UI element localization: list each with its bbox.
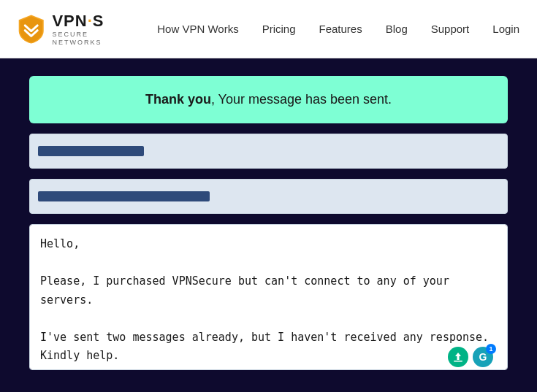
svg-rect-0 [454,361,462,362]
nav-blog[interactable]: Blog [386,23,408,35]
success-banner: Thank you, Your message has been sent. [29,76,508,123]
nav-features[interactable]: Features [319,23,362,35]
nav-pricing[interactable]: Pricing [262,23,296,35]
grammarly-letter: G [479,351,487,363]
field1-input[interactable] [29,134,508,169]
shield-icon [18,11,45,47]
main-nav: How VPN Works Pricing Features Blog Supp… [157,23,519,35]
upload-icon [452,351,464,363]
nav-how-vpn-works[interactable]: How VPN Works [157,23,238,35]
field2-value-indicator [38,191,210,201]
success-bold-text: Thank you [145,92,211,107]
message-textarea[interactable]: Hello, Please, I purchased VPNSecure but… [29,224,508,370]
logo-subtitle: SECURE NETWORKS [52,31,128,47]
field2-input[interactable] [29,179,508,214]
logo-text: VPN·S SECURE NETWORKS [52,12,128,47]
message-container: Hello, Please, I purchased VPNSecure but… [29,224,508,373]
field1-wrapper [29,134,508,169]
main-content: Thank you, Your message has been sent. H… [0,58,537,391]
grammarly-badge: 1 [486,344,496,354]
logo: VPN·S SECURE NETWORKS [18,11,128,47]
nav-support[interactable]: Support [431,23,470,35]
logo-name: VPN·S [52,12,128,31]
header: VPN·S SECURE NETWORKS How VPN Works Pric… [0,0,537,58]
upload-icon-button[interactable] [448,347,468,367]
field2-wrapper [29,179,508,214]
nav-login[interactable]: Login [492,23,519,35]
grammarly-icon-button[interactable]: G 1 [473,347,493,367]
toolbar-icons: G 1 [448,347,493,367]
field1-value-indicator [38,146,144,156]
success-rest-text: , Your message has been sent. [211,92,392,107]
